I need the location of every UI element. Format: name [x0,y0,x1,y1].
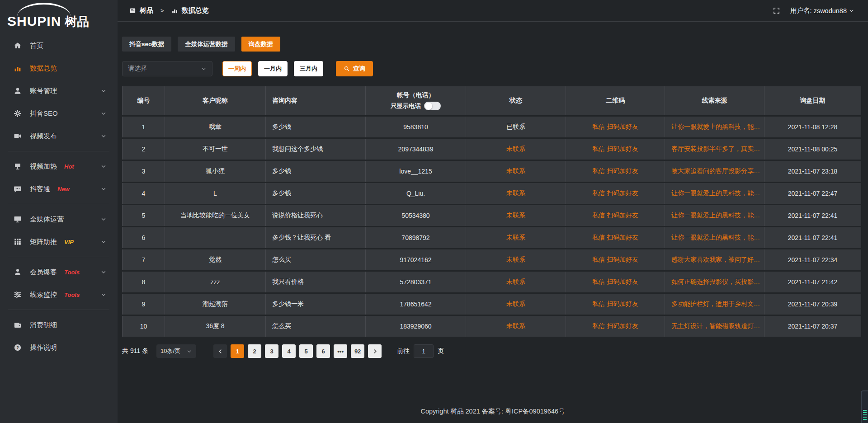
chevron-down-icon [100,216,107,222]
toggle-knob [425,103,432,110]
search-icon [344,66,350,72]
sidebar-divider [8,310,109,310]
sidebar-item-video-publish[interactable]: 视频发布 [0,125,118,147]
page-button-5[interactable]: 5 [299,344,313,358]
next-page-button[interactable] [368,344,382,358]
source-link[interactable]: 多功能护栏灯，适用于乡村文… [665,294,764,315]
qr-link[interactable]: 私信 扫码加好友 [566,294,665,315]
qr-link[interactable]: 私信 扫码加好友 [566,117,665,137]
breadcrumb-root[interactable]: 树品 [140,6,153,15]
range-button-month[interactable]: 一月内 [258,61,288,76]
qr-link[interactable]: 私信 扫码加好友 [566,205,665,226]
qr-link[interactable]: 私信 扫码加好友 [566,183,665,204]
goto-page-input[interactable] [414,344,434,358]
tab-inquiry-data[interactable]: 询盘数据 [241,37,280,52]
fullscreen-icon[interactable] [773,7,780,14]
breadcrumb: 树品 > 数据总览 [129,6,209,15]
qr-link[interactable]: 私信 扫码加好友 [566,272,665,292]
cell-status: 未联系 [466,183,566,204]
cell-content: 多少钱 [266,117,366,137]
cell-content: 怎么买 [266,316,366,337]
cell-nickname: zzz [165,272,266,292]
range-button-week[interactable]: 一周内 [222,61,252,76]
tab-douyin-seo-data[interactable]: 抖音seo数据 [122,37,171,52]
cell-id: 6 [122,227,165,248]
breadcrumb-current[interactable]: 数据总览 [182,6,209,15]
sidebar-divider [8,257,109,257]
brand-logo[interactable]: SHUPIN 树品 [0,0,118,28]
query-button[interactable]: 查询 [336,61,373,76]
source-link[interactable]: 让你一眼就爱上的黑科技，能… [665,183,764,204]
qr-link[interactable]: 私信 扫码加好友 [566,161,665,182]
goto-unit: 页 [438,347,444,355]
brand-name-en: SHUPIN [7,14,61,28]
username-prefix: 用户名: [790,6,812,15]
range-button-quarter[interactable]: 三月内 [294,61,323,76]
sidebar-item-help[interactable]: ? 操作说明 [0,336,118,359]
phone-only-toggle[interactable] [424,102,441,110]
qr-link[interactable]: 私信 扫码加好友 [566,249,665,270]
header-qrcode: 二维码 [566,86,665,115]
query-button-label: 查询 [353,65,365,73]
table-row: 6 多少钱？让我死心 看 70898792 未联系 私信 扫码加好友 让你一眼就… [122,227,861,248]
cell-date: 2021-11-07 21:42 [764,272,861,292]
sidebar-divider [8,204,109,204]
chevron-down-icon [100,186,107,192]
cell-date: 2021-11-07 22:41 [764,205,861,226]
topbar-right: 用户名: zswodun88 [773,6,854,15]
sidebar-item-omni-media[interactable]: 全媒体运营 [0,208,118,230]
source-link[interactable]: 感谢大家喜欢我家，被问了好… [665,249,764,270]
table-row: 5 当地比较能吃的一位美女 说说价格让我死心 50534380 未联系 私信 扫… [122,205,861,226]
qr-link[interactable]: 私信 扫码加好友 [566,316,665,337]
filter-select[interactable]: 请选择 [122,61,212,76]
table-row: 3 狐小狸 多少钱 love__1215 未联系 私信 扫码加好友 被大家追着问… [122,161,861,182]
sidebar-item-douyin-seo[interactable]: 抖音SEO [0,102,118,125]
tab-omni-media-data[interactable]: 全媒体运营数据 [178,37,235,52]
cell-nickname: 不可一世 [165,139,266,160]
source-link[interactable]: 让你一眼就爱上的黑科技，能… [665,117,764,137]
page-button-92[interactable]: 92 [351,344,364,358]
user-menu[interactable]: 用户名: zswodun88 [790,6,854,15]
qr-link[interactable]: 私信 扫码加好友 [566,139,665,160]
cell-date: 2021-11-07 22:47 [764,183,861,204]
cell-nickname: 潮起潮落 [165,294,266,315]
sidebar-item-member-burst[interactable]: 会员爆客 Tools [0,261,118,283]
source-link[interactable]: 无主灯设计，智能磁吸轨道灯… [665,316,764,337]
page-button-3[interactable]: 3 [265,344,278,358]
cell-id: 2 [122,139,165,160]
chevron-down-icon [100,291,107,298]
header-source: 线索来源 [665,86,764,115]
goto-label: 前往 [397,347,410,355]
chevron-down-icon [100,269,107,275]
sidebar-item-spend-detail[interactable]: 消费明细 [0,314,118,336]
sidebar-item-home[interactable]: 首页 [0,34,118,57]
cell-account: 50534380 [366,205,466,226]
table-row: 1 哦章 多少钱 9583810 已联系 私信 扫码加好友 让你一眼就爱上的黑科… [122,117,861,137]
source-link[interactable]: 让你一眼就爱上的黑科技，能… [665,227,764,248]
page-size-select[interactable]: 10条/页 [156,344,196,358]
cell-content: 多少钱 [266,161,366,182]
page-button-4[interactable]: 4 [282,344,296,358]
sidebar-item-lead-monitor[interactable]: 线索监控 Tools [0,283,118,306]
sidebar-item-douketong[interactable]: 抖客通 New [0,178,118,200]
page-ellipsis-button[interactable]: ••• [334,344,347,358]
source-link[interactable]: 如何正确选择投影仪，买投影… [665,272,764,292]
sidebar-item-video-heat[interactable]: 视频加热 Hot [0,155,118,178]
table-row: 9 潮起潮落 多少钱一米 178651642 未联系 私信 扫码加好友 多功能护… [122,294,861,315]
phone-only-label: 只显示电话 [391,102,421,110]
page-button-6[interactable]: 6 [316,344,330,358]
source-link[interactable]: 客厅安装投影半年多了，真实… [665,139,764,160]
source-link[interactable]: 被大家追着问的客厅投影分享… [665,161,764,182]
sidebar-item-data-overview[interactable]: 数据总览 [0,57,118,80]
cell-date: 2021-11-07 20:37 [764,316,861,337]
corner-widget[interactable] [861,390,868,423]
sidebar-item-matrix-boost[interactable]: 矩阵助推 VIP [0,230,118,253]
cell-nickname: 36度 8 [165,316,266,337]
goto-page-group: 前往 页 [397,344,444,358]
qr-link[interactable]: 私信 扫码加好友 [566,227,665,248]
source-link[interactable]: 让你一眼就爱上的黑科技，能… [665,205,764,226]
prev-page-button[interactable] [213,344,227,358]
page-button-2[interactable]: 2 [248,344,261,358]
page-button-1[interactable]: 1 [231,344,244,358]
sidebar-item-account-mgmt[interactable]: 账号管理 [0,80,118,102]
